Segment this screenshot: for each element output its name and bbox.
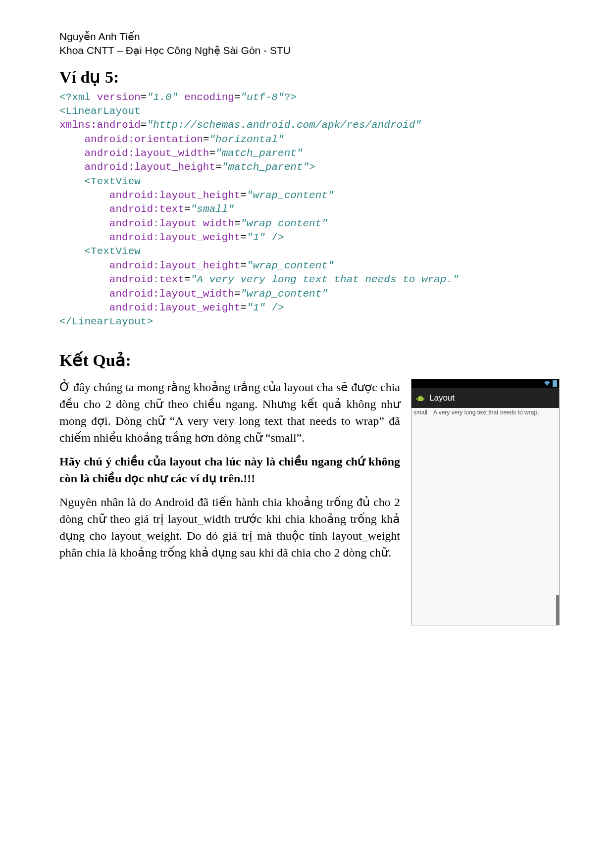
result-paragraph-3: Nguyên nhân là do Android đã tiến hành c… [59,494,400,561]
result-paragraph-bold: Hãy chú ý chiều của layout cha lúc này l… [59,453,400,487]
xml-decl-close: ?> [284,92,297,103]
xml-code-block: <?xml version="1.0" encoding="utf-8"?> <… [59,91,560,329]
tag-textview-2: <TextView [84,246,140,257]
phone-content-row: small A very very long text that needs t… [411,408,559,417]
val-xmlns: "http://schemas.android.com/apk/res/andr… [147,119,421,131]
phone-status-bar [411,379,559,388]
android-phone-mock: Layout small A very very long text that … [411,379,560,625]
result-text-column: Ở đây chúng ta mong rằng khoảng trắng củ… [59,379,400,568]
tag-linearlayout-close: </LinearLayout> [59,316,153,327]
svg-point-4 [421,396,422,397]
val-orientation: "horizontal" [209,134,284,145]
svg-rect-0 [418,397,423,401]
attr-xmlns: xmlns:android [59,119,141,131]
attr-version: version [97,92,141,103]
svg-point-3 [419,396,420,397]
attr-lh-2: android:layout_height [109,260,241,271]
svg-rect-1 [416,398,417,400]
tag-linearlayout-open: <LinearLayout [59,105,141,117]
attr-lh-1: android:layout_height [109,190,241,201]
attr-layout-height: android:layout_height [84,161,215,173]
phone-scrollbar [556,595,559,625]
attr-orientation: android:orientation [84,134,203,145]
result-two-column: Ở đây chúng ta mong rằng khoảng trắng củ… [59,379,560,625]
result-heading: Kết Quả: [59,350,560,370]
document-page: Nguyễn Anh Tiến Khoa CNTT – Đại Học Công… [0,0,614,868]
val-match-parent-2: "match_parent" [222,161,309,173]
battery-icon [553,380,557,387]
result-paragraph-1: Ở đây chúng ta mong rằng khoảng trắng củ… [59,379,400,446]
svg-rect-2 [423,398,424,400]
val-lwt-2: "1" [247,302,265,313]
phone-text-small: small [413,409,427,416]
phone-app-title: Layout [429,393,455,403]
tag-textview-1: <TextView [84,176,140,187]
val-wc-3: "wrap_content" [247,260,334,271]
phone-text-long: A very very long text that needs to wrap… [433,409,557,416]
xml-decl-open: <?xml [59,92,97,103]
val-text-long: "A very very long text that needs to wra… [191,274,459,285]
val-version: "1.0" [147,92,178,103]
attr-lwt-1: android:layout_weight [109,232,241,243]
tag-gt: > [309,161,315,173]
phone-title-bar: Layout [411,388,559,408]
val-wc-4: "wrap_content" [240,288,327,300]
val-text-small: "small" [191,204,234,215]
val-encoding: "utf-8" [241,92,284,103]
val-match-parent: "match_parent" [215,148,303,159]
attr-lw-2: android:layout_width [109,288,234,300]
val-wc-2: "wrap_content" [240,218,327,229]
author-affiliation: Khoa CNTT – Đại Học Công Nghệ Sài Gòn - … [59,44,560,57]
attr-encoding: encoding [184,92,234,103]
attr-layout-width: android:layout_width [84,148,209,159]
example-heading: Ví dụ 5: [59,67,560,87]
tag-sc-2: /> [265,302,284,313]
attr-text-1: android:text [109,204,184,215]
attr-lw-1: android:layout_width [109,218,234,229]
page-header: Nguyễn Anh Tiến Khoa CNTT – Đại Học Công… [59,30,560,58]
author-name: Nguyễn Anh Tiến [59,30,560,44]
tag-sc-1: /> [265,232,284,243]
wifi-icon [544,381,551,386]
attr-text-2: android:text [109,274,184,285]
attr-lwt-2: android:layout_weight [109,302,241,313]
val-lwt-1: "1" [247,232,265,243]
phone-column: Layout small A very very long text that … [411,379,560,625]
android-icon [415,393,425,403]
val-wc-1: "wrap_content" [247,190,334,201]
